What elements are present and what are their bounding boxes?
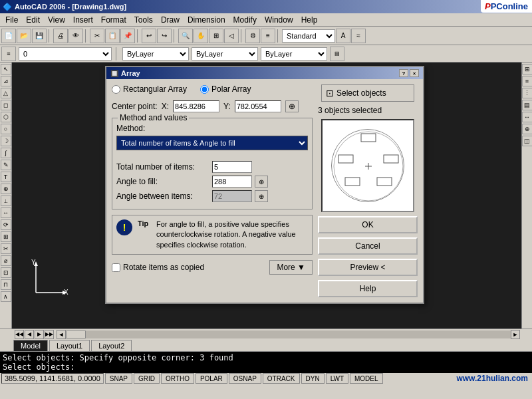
tb-btn2[interactable]: ≈: [351, 29, 366, 43]
viewport-dropdown[interactable]: Standard: [282, 29, 335, 43]
model-button[interactable]: MODEL: [350, 373, 383, 384]
new-button[interactable]: 📄: [1, 29, 16, 43]
menu-dimension[interactable]: Dimension: [184, 14, 229, 26]
right-tool-4[interactable]: ▤: [522, 100, 533, 110]
help-button[interactable]: Help: [318, 280, 418, 297]
center-x-input[interactable]: [173, 100, 219, 112]
scroll-right[interactable]: ►: [511, 330, 520, 339]
menu-help[interactable]: Help: [297, 14, 322, 26]
plotstyle-button[interactable]: ▤: [330, 47, 344, 61]
nav-next[interactable]: ▶: [35, 330, 44, 339]
left-tool-15[interactable]: ⊞: [1, 231, 11, 242]
polar-radio[interactable]: [200, 85, 209, 94]
polar-radio-label[interactable]: Polar Array: [200, 84, 251, 94]
rectangular-radio-label[interactable]: Rectangular Array: [112, 84, 187, 94]
layer-props-button[interactable]: ≡: [1, 47, 16, 61]
layer-dropdown[interactable]: 0: [19, 47, 112, 61]
left-tool-9[interactable]: ✎: [1, 160, 11, 170]
angle-between-pick[interactable]: ⊕: [255, 190, 268, 202]
right-tool-5[interactable]: ↔: [522, 112, 533, 122]
menu-format[interactable]: Format: [97, 14, 130, 26]
color-dropdown[interactable]: ByLayer: [122, 47, 189, 61]
grid-button[interactable]: GRID: [134, 373, 160, 384]
paste-button[interactable]: 📌: [120, 29, 135, 43]
menu-window[interactable]: Window: [261, 14, 297, 26]
canvas-area[interactable]: X Y 🔲 Array ? ×: [12, 63, 521, 329]
scroll-thumb[interactable]: [66, 331, 86, 338]
left-tool-16[interactable]: ✂: [1, 243, 11, 254]
left-tool-19[interactable]: ⊓: [1, 279, 11, 290]
angle-between-input[interactable]: [212, 190, 252, 202]
polar-button[interactable]: POLAR: [196, 373, 227, 384]
menu-edit[interactable]: Edit: [22, 14, 44, 26]
left-tool-12[interactable]: ⟂: [1, 196, 11, 206]
otrack-button[interactable]: OTRACK: [263, 373, 300, 384]
osnap-button[interactable]: OSNAP: [229, 373, 261, 384]
menu-draw[interactable]: Draw: [157, 14, 184, 26]
scroll-left[interactable]: ◄: [57, 330, 66, 339]
right-tool-6[interactable]: ⊕: [522, 124, 533, 134]
left-tool-1[interactable]: ↖: [1, 64, 11, 74]
print-button[interactable]: 🖨: [53, 29, 68, 43]
nav-prev[interactable]: ◀: [25, 330, 34, 339]
lineweight-dropdown[interactable]: ByLayer: [261, 47, 327, 61]
method-dropdown[interactable]: Total number of items & Angle to fill: [116, 136, 308, 150]
center-y-input[interactable]: [235, 100, 281, 112]
pan-button[interactable]: ✋: [194, 29, 208, 43]
preview-button[interactable]: Preview <: [318, 259, 418, 276]
menu-view[interactable]: View: [44, 14, 69, 26]
left-tool-2[interactable]: ⊿: [1, 76, 11, 86]
left-tool-7[interactable]: ☽: [1, 136, 11, 146]
save-button[interactable]: 💾: [32, 29, 47, 43]
dialog-close-btn[interactable]: ×: [410, 69, 419, 77]
ok-button[interactable]: OK: [318, 216, 418, 233]
coords-display[interactable]: 385.5099, 1141.5681, 0.0000: [1, 373, 104, 384]
left-tool-17[interactable]: ⌀: [1, 255, 11, 266]
match-prop[interactable]: ≡: [261, 29, 275, 43]
right-tool-2[interactable]: ≡: [522, 76, 533, 86]
lwt-button[interactable]: LWT: [326, 373, 348, 384]
total-items-input[interactable]: [212, 161, 252, 173]
tab-layout2[interactable]: Layout2: [91, 340, 132, 351]
snap-button[interactable]: SNAP: [105, 373, 132, 384]
right-tool-3[interactable]: ⋮: [522, 88, 533, 98]
copy-button[interactable]: 📋: [105, 29, 120, 43]
nav-last[interactable]: ▶▶: [45, 330, 54, 339]
rotate-checkbox[interactable]: [112, 263, 120, 272]
menu-insert[interactable]: Insert: [69, 14, 97, 26]
pick-center-button[interactable]: ⊕: [285, 100, 299, 112]
zoom-extent[interactable]: ⊞: [209, 29, 223, 43]
left-tool-20[interactable]: ∧: [1, 291, 11, 302]
tab-model[interactable]: Model: [13, 340, 48, 351]
angle-fill-input[interactable]: [212, 176, 252, 188]
zoom-button[interactable]: 🔍: [178, 29, 193, 43]
left-tool-4[interactable]: ◻: [1, 100, 11, 110]
cancel-button[interactable]: Cancel: [318, 237, 418, 255]
preview-button[interactable]: 👁: [68, 29, 83, 43]
tab-layout1[interactable]: Layout1: [49, 340, 90, 351]
left-tool-5[interactable]: ⬡: [1, 112, 11, 122]
dyn-button[interactable]: DYN: [301, 373, 325, 384]
undo-button[interactable]: ↩: [142, 29, 156, 43]
tb-btn1[interactable]: A: [336, 29, 350, 43]
left-tool-8[interactable]: ∫: [1, 148, 11, 158]
rotate-checkbox-label[interactable]: Rotate items as copied: [112, 263, 204, 272]
right-tool-1[interactable]: ⊞: [522, 64, 533, 74]
more-button[interactable]: More ▼: [269, 260, 313, 275]
properties-button[interactable]: ⚙: [245, 29, 260, 43]
zoom-prev[interactable]: ◁: [224, 29, 239, 43]
select-objects-button[interactable]: ⊡ Select objects: [321, 84, 414, 102]
redo-button[interactable]: ↪: [157, 29, 172, 43]
menu-tools[interactable]: Tools: [130, 14, 157, 26]
linetype-dropdown[interactable]: ByLayer: [192, 47, 258, 61]
rectangular-radio[interactable]: [112, 85, 120, 94]
menu-modify[interactable]: Modify: [229, 14, 261, 26]
left-tool-3[interactable]: △: [1, 88, 11, 98]
dialog-help-btn[interactable]: ?: [399, 69, 408, 77]
angle-fill-pick[interactable]: ⊕: [255, 176, 268, 188]
left-tool-14[interactable]: ⟳: [1, 219, 11, 230]
nav-first[interactable]: ◀◀: [15, 330, 24, 339]
left-tool-18[interactable]: ⊡: [1, 267, 11, 278]
left-tool-6[interactable]: ○: [1, 124, 11, 134]
menu-file[interactable]: File: [1, 14, 22, 26]
